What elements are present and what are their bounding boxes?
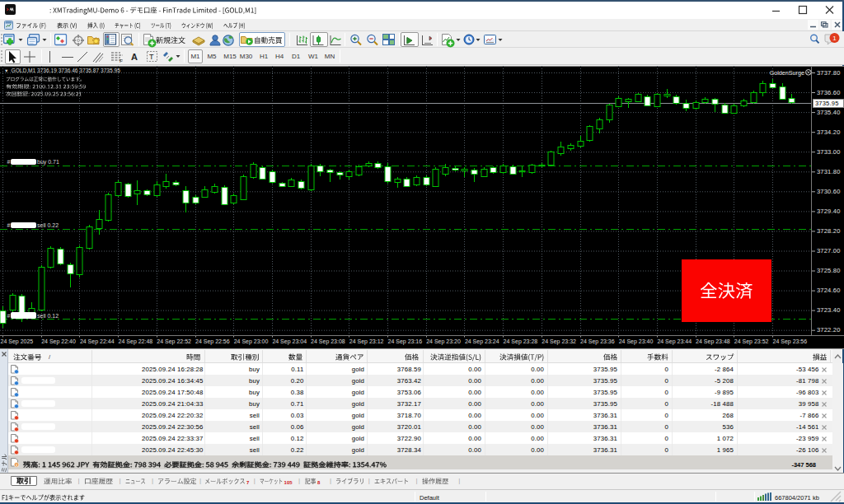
svg-text:T: T: [149, 53, 154, 61]
svg-text:F: F: [120, 58, 123, 63]
svg-text:1: 1: [832, 35, 837, 42]
